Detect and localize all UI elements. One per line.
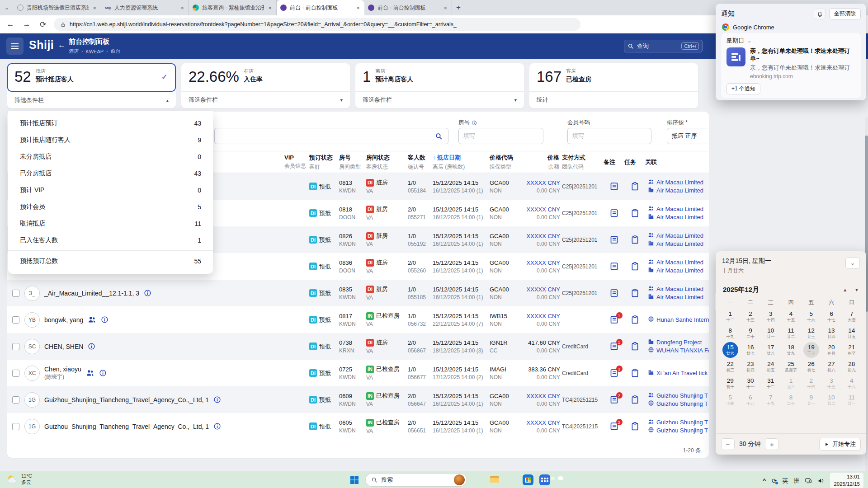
tab-close-icon[interactable]: × [92,5,97,11]
filter-bar-toggle[interactable]: 筛选条件栏 ▾ [181,91,350,108]
dropdown-item[interactable]: 已分房抵店 43 [8,165,213,182]
calendar-day[interactable]: 29初十 [720,375,741,392]
info-icon[interactable] [99,369,107,377]
dark-app-icon[interactable] [472,474,484,486]
notes-cell[interactable]: 2 [604,422,624,431]
accompanying-guests-icon[interactable] [86,369,94,377]
calendar-day[interactable]: 18廿九 [781,342,801,358]
cast-device-icon[interactable] [805,477,812,484]
column-header[interactable]: 客人数 确认号 [408,154,433,171]
tab-close-icon[interactable]: × [267,5,273,11]
note-icon[interactable]: 2 [609,422,619,431]
calendar-day[interactable]: 11廿二 [781,325,801,342]
chrome-icon[interactable] [572,474,584,486]
note-icon[interactable]: 1 [609,342,619,351]
notes-cell[interactable] [604,288,624,298]
calendar-day[interactable]: 5十六 [801,308,821,325]
calculator-app-icon[interactable] [539,474,551,486]
new-tab-button[interactable]: + [452,0,465,15]
calendar-day[interactable]: 3十四 [760,308,781,325]
sort-by-select[interactable]: 抵店 正序 [667,128,709,144]
guest-name[interactable]: Guizhou_Shunjing_Tiancheng_Travel_Agency… [44,423,209,430]
stat-card-3[interactable]: 167 客房 已检查房 统计 [529,63,698,108]
calendar-day[interactable]: 12廿三 [801,325,821,342]
notes-cell[interactable] [604,262,624,271]
tasks-cell[interactable] [624,288,645,298]
row-checkbox[interactable] [12,370,19,377]
calendar-day[interactable]: 10廿一 [760,325,781,342]
stat-card-1[interactable]: 22.66% 在店 入住率 筛选条件栏 ▾ [181,63,350,108]
calendar-day[interactable]: 9二十 [741,325,761,342]
row-checkbox[interactable] [12,290,19,297]
guest-name[interactable]: _Air_Macau_Limited__12.1-1.1, 3 [44,290,139,297]
volume-icon[interactable] [817,477,825,484]
reload-icon[interactable]: ⟳ [36,18,50,31]
clipboard-icon[interactable] [630,342,640,351]
info-icon[interactable] [101,316,108,324]
column-header[interactable]: 房号 房间类型 [339,154,366,171]
column-header[interactable]: VIP 会员信息 [284,154,309,170]
related-link[interactable]: Air Macau Limited [648,187,709,195]
calendar-day[interactable]: 9廿一 [801,392,821,408]
breadcrumb-frontdesk[interactable]: 前台 [110,48,120,55]
stat-card-0[interactable]: 52 抵店 预计抵店客人 ✓ 筛选条件栏 ▴ [7,63,176,108]
member-number-input[interactable]: 填写 [567,128,651,144]
notification-item[interactable]: 亲，您有订单未处理哦！求速来处理订单~ 亲，您有订单未处理哦！求速来处理订 eb… [726,47,855,80]
filter-bar-toggle[interactable]: 筛选条件栏 ▴ [7,92,176,108]
clipboard-icon[interactable] [630,288,640,298]
dropdown-item[interactable]: 预计抵店预订 43 [8,115,213,131]
ime-pinyin-indicator[interactable]: 拼 [793,477,799,485]
dropdown-total-item[interactable]: 预抵预订总数 55 [8,253,213,269]
calendar-day[interactable]: 16廿七 [741,342,761,358]
related-link[interactable]: Air Macau Limited [648,258,709,267]
clipboard-icon[interactable] [630,208,640,218]
calendar-day[interactable]: 8十九 [720,325,741,342]
table-row[interactable]: SC CHEN, SHEN DI预抵 0738KRXN DI脏房VA 2/005… [7,333,709,360]
focus-minus-button[interactable]: − [721,438,735,450]
calendar-month-label[interactable]: 2025年12月 [723,286,835,294]
dropdown-item[interactable]: 未分房抵店 0 [8,148,213,165]
related-link[interactable]: WUHAN TIANXIA FA [648,347,709,355]
dropdown-item[interactable]: 预计抵店随行客人 9 [8,131,213,148]
clipboard-icon[interactable] [630,395,640,404]
calendar-day[interactable]: 10廿二 [821,392,842,408]
column-header[interactable]: 备注 [604,158,624,166]
row-checkbox[interactable] [12,343,19,350]
note-icon[interactable]: 3 [609,368,619,378]
table-row[interactable]: 3_ _Air_Macau_Limited__12.1-1.1, 3 DI预抵 … [7,280,709,306]
tray-expand-icon[interactable]: ^ [763,477,766,484]
global-search-input[interactable]: 查询 Ctrl+/ [624,40,703,52]
related-link[interactable]: Air Macau Limited [648,232,709,240]
tasks-cell[interactable] [624,315,645,324]
start-button[interactable] [349,474,360,486]
info-icon[interactable] [144,289,151,297]
calendar-day[interactable]: 30十一 [741,375,761,392]
weather-widget[interactable]: 11°C 多云 [6,473,32,486]
table-row[interactable]: YB bongwk, yang DI预抵 0817KWDN IN已检查房VA 1… [7,306,709,333]
calendar-day[interactable]: 23初四 [741,358,761,375]
column-header[interactable]: 任务 [624,158,645,166]
browser-tab[interactable]: Shiji 人力资源管理系统 × [101,0,189,15]
calendar-day[interactable]: 7大雪 [841,308,862,325]
room-number-input[interactable]: 填写 [458,128,543,144]
related-link[interactable]: Air Macau Limited [648,293,709,301]
file-explorer-icon[interactable] [489,474,500,486]
guest-name[interactable]: Guizhou_Shunjing_Tiancheng_Travel_Agency… [44,396,209,404]
dropdown-item[interactable]: 取消抵店 11 [8,215,213,232]
calendar-day[interactable]: 13廿四 [821,325,842,342]
related-link[interactable]: Guizhou Shunjing T [648,418,709,427]
row-checkbox[interactable] [12,423,19,430]
column-header[interactable]: ↑ 抵店日期 离店 (房晚数) [433,154,490,171]
browser-tab[interactable]: 前台 - 前台控制面板 × [364,0,452,15]
browser-tab[interactable]: 旅客查询 - 紫楠旅馆业治安信息管 × [189,0,277,15]
tab-close-icon[interactable]: × [179,5,185,11]
related-link[interactable]: Air Macau Limited [648,285,709,293]
tab-search-icon[interactable]: ⌄ [0,0,14,15]
taskbar-search-input[interactable]: 搜索 [365,473,467,487]
notes-cell[interactable] [604,208,624,218]
calendar-day[interactable]: 4十六 [841,375,862,392]
filter-bar-toggle[interactable]: 统计 [529,91,698,108]
note-icon[interactable]: 1 [609,315,619,324]
tasks-cell[interactable] [624,395,645,404]
breadcrumb-property[interactable]: KWEAP [85,49,104,54]
